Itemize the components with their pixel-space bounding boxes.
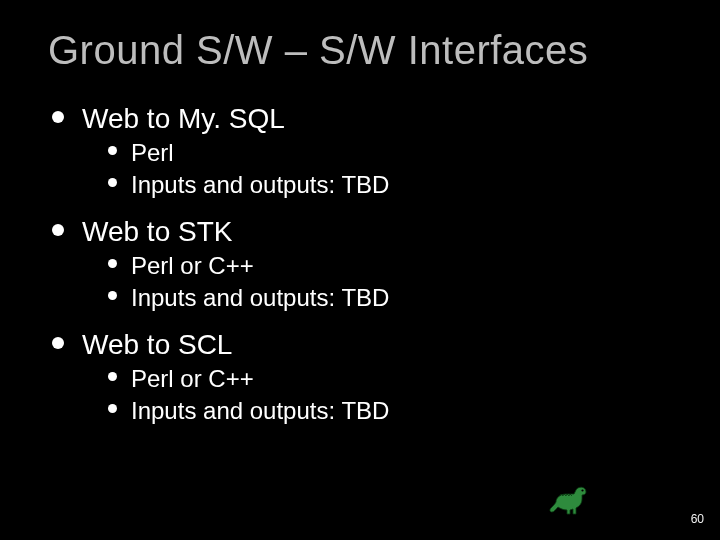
list-item-label: Perl — [131, 138, 174, 168]
list-item-label: Perl or C++ — [131, 251, 254, 281]
list-item: Web to SCL — [48, 327, 672, 362]
list-item: Perl — [104, 138, 672, 168]
bullet-icon — [108, 146, 117, 155]
list-item: Web to STK — [48, 214, 672, 249]
bullet-group: Web to SCL Perl or C++ Inputs and output… — [48, 327, 672, 426]
list-item-label: Perl or C++ — [131, 364, 254, 394]
list-item-label: Inputs and outputs: TBD — [131, 283, 389, 313]
list-item: Perl or C++ — [104, 251, 672, 281]
list-item-label: Inputs and outputs: TBD — [131, 170, 389, 200]
list-item: Perl or C++ — [104, 364, 672, 394]
list-item-label: Web to My. SQL — [82, 101, 285, 136]
bullet-group: Web to My. SQL Perl Inputs and outputs: … — [48, 101, 672, 200]
slide-title: Ground S/W – S/W Interfaces — [48, 28, 672, 73]
list-item: Inputs and outputs: TBD — [104, 283, 672, 313]
bullet-icon — [108, 178, 117, 187]
bullet-icon — [108, 259, 117, 268]
list-item-label: Web to STK — [82, 214, 232, 249]
list-item: Inputs and outputs: TBD — [104, 170, 672, 200]
bullet-icon — [52, 224, 64, 236]
bullet-icon — [52, 111, 64, 123]
list-item-label: Web to SCL — [82, 327, 232, 362]
dinosaur-icon — [546, 484, 592, 522]
bullet-icon — [108, 291, 117, 300]
bullet-icon — [108, 372, 117, 381]
list-item: Inputs and outputs: TBD — [104, 396, 672, 426]
page-number: 60 — [691, 512, 704, 526]
list-item-label: Inputs and outputs: TBD — [131, 396, 389, 426]
bullet-group: Web to STK Perl or C++ Inputs and output… — [48, 214, 672, 313]
list-item: Web to My. SQL — [48, 101, 672, 136]
slide: Ground S/W – S/W Interfaces Web to My. S… — [0, 0, 720, 540]
bullet-icon — [52, 337, 64, 349]
svg-point-0 — [581, 489, 583, 491]
bullet-icon — [108, 404, 117, 413]
